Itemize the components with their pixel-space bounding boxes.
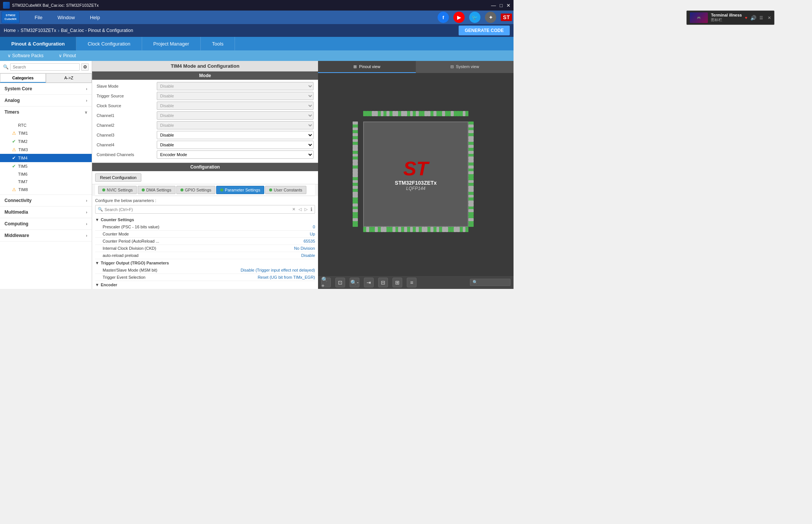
twitter-icon[interactable]: 🐦 [469,12,480,23]
next-result-icon[interactable]: ▷ [304,207,308,212]
system-view-tab[interactable]: ⊟ System view [416,61,514,73]
trgo-settings-group[interactable]: ▼ Trigger Output (TRGO) Parameters [95,259,315,267]
center-panel: TIM4 Mode and Configuration Mode Slave M… [92,61,318,289]
software-packs-subtab[interactable]: ∨ Software Packs [8,53,44,58]
trigger-source-select[interactable]: Disable [157,92,314,100]
tab-pinout-configuration[interactable]: Pinout & Configuration [0,37,76,50]
sidebar-item-tim2[interactable]: ✔ TIM2 [0,137,92,146]
search-icon: 🔍 [3,64,9,70]
sidebar-item-tim3[interactable]: ⚠ TIM3 [0,146,92,154]
pinout-view-tab[interactable]: ⊞ Pinout view [318,61,416,73]
sidebar-item-tim4[interactable]: ✔ TIM4 [0,154,92,162]
sidebar-group-header-computing[interactable]: Computing › [0,218,92,229]
tab-tools[interactable]: Tools [201,37,235,50]
pin [353,192,358,195]
form-row-channel1: Channel1 Disable [97,111,314,120]
encoder-settings-group[interactable]: ▼ Encoder [95,281,315,289]
bottom-search-input[interactable] [478,280,508,285]
sidebar-item-tim7[interactable]: TIM7 [0,178,92,185]
slave-mode-select[interactable]: Disable [157,82,314,90]
settings-gear-button[interactable]: ⚙ [81,63,89,71]
layer-button[interactable]: ⊟ [378,278,388,287]
channel1-label: Channel1 [97,113,157,118]
sidebar-group-header-analog[interactable]: Analog › [0,95,92,106]
pin [363,227,366,232]
window-menu[interactable]: Window [50,12,82,23]
file-menu[interactable]: File [27,12,50,23]
configuration-section-title: Configuration [92,163,318,171]
minimize-button[interactable]: — [491,3,496,8]
fit-view-button[interactable]: ⊡ [335,278,345,287]
export-button[interactable]: ⇥ [364,278,374,287]
menubar: STM32CubeMX File Window Help f ▶ 🐦 ✦ ST [0,11,514,24]
counter-settings-group[interactable]: ▼ Counter Settings [95,216,315,223]
search-input[interactable] [10,63,80,71]
clear-search-icon[interactable]: ✕ [292,207,295,212]
clock-source-select[interactable]: Disable [157,102,314,110]
param-row-prescaler: Prescaler (PSC - 16 bits value) 0 [95,223,315,231]
zoom-in-button[interactable]: 🔍+ [321,278,331,287]
info-icon[interactable]: ℹ [311,207,312,212]
pinout-subtab[interactable]: ∨ Pinout [59,53,76,58]
chevron-right-icon: › [86,99,87,103]
pin [353,151,358,154]
channel1-select[interactable]: Disable [157,111,314,120]
check-icon: ✔ [12,155,16,161]
sidebar-group-header-timers[interactable]: Timers ∨ [0,106,92,118]
channel3-select[interactable]: Disable [157,131,314,139]
channel4-select[interactable]: Disable [157,141,314,149]
nvic-settings-tab[interactable]: NVIC Settings [98,186,137,194]
pin [353,139,358,142]
sidebar-item-rtc[interactable]: RTC [0,122,92,129]
breadcrumb-project[interactable]: Bal_Car.ioc - Pinout & Configuration [61,28,133,33]
mode-section-title: Mode [92,71,318,80]
sidebar-item-tim5[interactable]: ✔ TIM5 [0,162,92,170]
pin [419,111,422,116]
sidebar-item-tim6[interactable]: TIM6 [0,170,92,178]
sidebar-group-header-multimedia[interactable]: Multimedia › [0,207,92,218]
sidebar-group-middleware: Middleware › [0,230,92,241]
breadcrumb-home[interactable]: Home [4,28,16,33]
facebook-icon[interactable]: f [438,12,449,23]
close-button[interactable]: ✕ [506,3,511,8]
combined-channels-select[interactable]: Encoder Mode [157,150,314,159]
pin [454,227,457,232]
prev-result-icon[interactable]: ◁ [298,207,301,212]
breadcrumb-chip[interactable]: STM32F103ZETx [21,28,56,33]
zoom-out-button[interactable]: 🔍- [350,278,359,287]
params-search-input[interactable] [105,207,291,212]
list-button[interactable]: ≡ [407,278,417,287]
youtube-icon[interactable]: ▶ [453,12,465,23]
generate-code-button[interactable]: GENERATE CODE [459,26,510,35]
warn-icon: ⚠ [12,187,16,192]
sidebar-group-header-connectivity[interactable]: Connectivity › [0,195,92,206]
pin [395,227,398,232]
parameter-settings-tab[interactable]: Parameter Settings [216,186,264,194]
reset-configuration-button[interactable]: Reset Configuration [95,173,141,182]
pin [416,111,419,116]
sidebar-item-tim1[interactable]: ⚠ TIM1 [0,129,92,137]
az-tab[interactable]: A->Z [46,73,92,83]
sidebar-group-header-system-core[interactable]: System Core › [0,83,92,94]
encoder-settings-params: Encoder Mode Encoder Mode TI1 and TI2 __… [95,289,315,289]
grid-button[interactable]: ⊞ [392,278,402,287]
help-menu[interactable]: Help [82,12,108,23]
dma-settings-tab[interactable]: DMA Settings [138,186,176,194]
user-constants-tab[interactable]: User Constants [265,186,306,194]
pin [468,221,474,224]
pin [413,111,416,116]
pin [468,145,474,148]
pin [353,133,358,136]
categories-tab[interactable]: Categories [0,73,46,83]
gpio-settings-tab[interactable]: GPIO Settings [176,186,215,194]
channel2-select[interactable]: Disable [157,121,314,129]
chip-package: LQFP144 [406,186,425,191]
sidebar-item-tim8[interactable]: ⚠ TIM8 [0,185,92,194]
tab-project-manager[interactable]: Project Manager [142,37,201,50]
sidebar-group-header-middleware[interactable]: Middleware › [0,230,92,241]
network-icon[interactable]: ✦ [485,12,496,23]
tab-clock-configuration[interactable]: Clock Configuration [76,37,142,50]
pin [392,227,395,232]
maximize-button[interactable]: □ [500,3,503,8]
pin [353,195,358,198]
